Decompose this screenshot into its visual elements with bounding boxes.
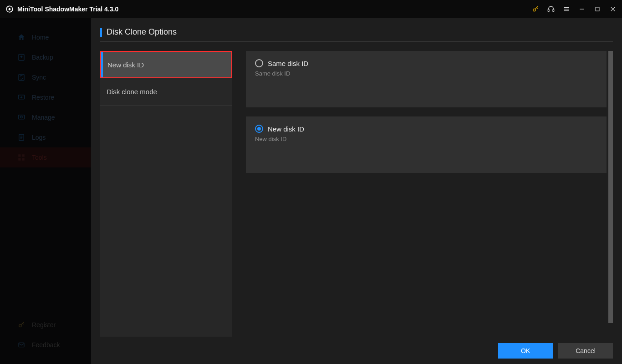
sidebar-item-backup[interactable]: Backup [0,47,91,67]
titlebar: MiniTool ShadowMaker Trial 4.3.0 [0,0,622,18]
svg-point-14 [20,116,23,118]
app-logo-icon [5,5,14,13]
svg-rect-1 [548,10,549,12]
footer: OK Cancel [100,337,613,359]
sidebar-item-manage[interactable]: Manage [0,107,91,127]
app-title: MiniTool ShadowMaker Trial 4.3.0 [17,5,118,13]
svg-rect-20 [22,154,25,157]
svg-rect-13 [18,115,25,119]
radio-same-disk-id[interactable] [255,59,263,67]
menu-icon[interactable] [563,5,570,13]
nav-list: Home Backup Sync Restore Manage Logs [0,27,91,167]
sidebar-item-label: Manage [32,114,55,121]
sidebar-item-logs[interactable]: Logs [0,127,91,147]
page-header: Disk Clone Options [100,27,613,42]
sidebar-item-label: Backup [32,54,53,61]
card-row: Same disk ID [255,59,597,67]
sidebar-item-tools[interactable]: Tools [0,147,91,167]
scrollbar[interactable] [608,51,613,323]
svg-rect-7 [596,7,599,11]
page-title: Disk Clone Options [107,27,177,37]
close-icon[interactable] [609,5,617,13]
sidebar-bottom: Register Feedback [0,315,91,364]
sidebar-item-label: Restore [32,94,54,101]
svg-rect-21 [18,158,20,161]
card-title: Same disk ID [268,60,308,67]
minimize-icon[interactable] [578,5,586,13]
sidebar-bottom-label: Register [32,321,56,329]
maximize-icon[interactable] [594,5,601,13]
main-panel: Disk Clone Options New disk ID Disk clon… [91,18,622,364]
card-desc: Same disk ID [255,70,597,77]
logs-icon [17,133,25,142]
content-row: New disk ID Disk clone mode Same disk ID… [100,51,613,337]
option-disk-clone-mode[interactable]: Disk clone mode [100,78,232,106]
key-icon [17,321,25,329]
detail-panel: Same disk ID Same disk ID New disk ID Ne… [246,51,613,337]
titlebar-controls [532,5,617,13]
backup-icon [17,53,25,61]
card-desc: New disk ID [255,136,597,142]
sidebar: Home Backup Sync Restore Manage Logs [0,18,91,364]
card-row: New disk ID [255,125,597,133]
page-header-accent [100,28,102,37]
license-key-icon[interactable] [532,5,539,13]
cancel-button[interactable]: Cancel [558,343,613,359]
support-icon[interactable] [547,5,555,13]
radio-new-disk-id[interactable] [255,125,263,133]
option-label: Disk clone mode [107,88,157,96]
option-list: New disk ID Disk clone mode [100,51,232,337]
sidebar-item-label: Logs [32,134,46,141]
svg-rect-2 [553,10,554,12]
sidebar-item-label: Tools [32,154,47,161]
sidebar-bottom-label: Feedback [32,341,60,349]
card-same-disk-id[interactable]: Same disk ID Same disk ID [246,51,607,107]
svg-rect-22 [22,158,25,161]
tools-icon [17,153,25,162]
app-body: Home Backup Sync Restore Manage Logs [0,18,622,364]
sidebar-item-label: Home [32,34,49,41]
sidebar-item-sync[interactable]: Sync [0,67,91,87]
ok-button[interactable]: OK [498,343,553,359]
restore-icon [17,93,25,101]
sidebar-item-restore[interactable]: Restore [0,87,91,107]
card-new-disk-id[interactable]: New disk ID New disk ID [246,116,607,173]
sidebar-item-label: Sync [32,74,46,81]
home-icon [17,33,25,41]
sidebar-register[interactable]: Register [0,315,91,335]
titlebar-left: MiniTool ShadowMaker Trial 4.3.0 [5,5,118,13]
sync-icon [17,73,25,81]
card-title: New disk ID [268,125,304,133]
option-label: New disk ID [107,61,144,69]
mail-icon [17,341,25,349]
sidebar-feedback[interactable]: Feedback [0,335,91,355]
manage-icon [17,113,25,121]
option-new-disk-id[interactable]: New disk ID [100,51,232,78]
sidebar-item-home[interactable]: Home [0,27,91,47]
svg-rect-19 [18,154,20,157]
